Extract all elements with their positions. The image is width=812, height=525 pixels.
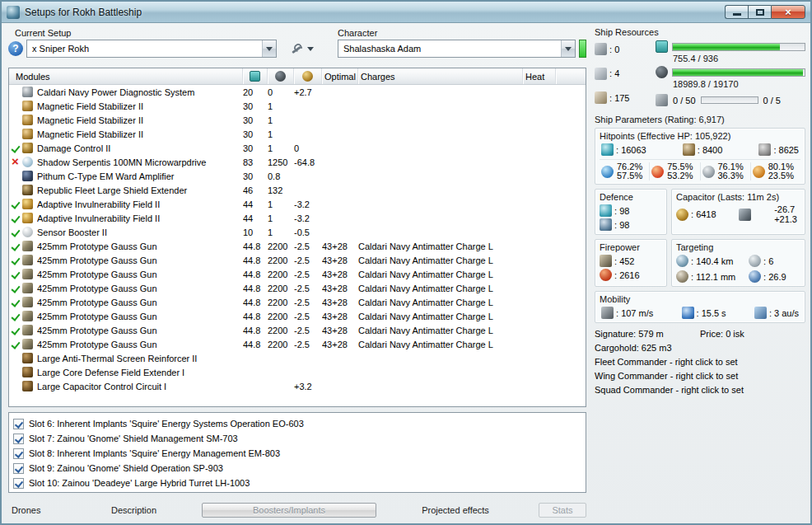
module-row[interactable]: Magnetic Field Stabilizer II 30 1 <box>9 99 586 113</box>
ship-resources: 0 4 175 755.4 / 936 18989.8 / 19170 <box>595 40 805 106</box>
setup-select[interactable]: x Sniper Rokh <box>26 40 277 58</box>
implant-row[interactable]: Slot 9: Zainou 'Gnome' Shield Operation … <box>13 461 581 476</box>
implant-checkbox[interactable] <box>13 419 24 429</box>
minimize-button[interactable] <box>725 5 748 19</box>
shield-hp-icon <box>601 143 614 156</box>
implant-checkbox[interactable] <box>13 448 24 459</box>
module-powergrid: 2200 <box>268 312 294 321</box>
implant-row[interactable]: Slot 7: Zainou 'Gnome' Shield Management… <box>13 431 581 446</box>
thermal-resist-icon <box>651 166 664 178</box>
module-row[interactable]: 425mm Prototype Gauss Gun 44.8 2200 -2.5… <box>9 295 586 309</box>
module-row[interactable]: 425mm Prototype Gauss Gun 44.8 2200 -2.5… <box>9 281 586 295</box>
tab-projected-effects[interactable]: Projected effects <box>376 505 534 515</box>
tab-boosters-implants[interactable]: Boosters/Implants <box>202 503 376 518</box>
module-type-icon <box>22 199 33 209</box>
module-powergrid: 1250 <box>268 157 294 167</box>
module-cpu: 44.8 <box>243 284 268 293</box>
module-cpu: 10 <box>243 227 268 237</box>
module-row[interactable]: Magnetic Field Stabilizer II 30 1 <box>9 113 586 127</box>
module-cap: -2.5 <box>294 340 322 349</box>
tab-stats[interactable]: Stats <box>539 503 586 518</box>
column-powergrid <box>268 68 294 84</box>
module-status-icon <box>9 128 22 141</box>
module-name: 425mm Prototype Gauss Gun <box>37 326 243 335</box>
implant-label: Slot 7: Zainou 'Gnome' Shield Management… <box>29 434 238 443</box>
module-row[interactable]: 425mm Prototype Gauss Gun 44.8 2200 -2.5… <box>9 239 586 253</box>
launcher-hardpoints-icon <box>595 68 607 80</box>
module-cap: -3.2 <box>294 213 322 223</box>
wing-commander-setter[interactable]: Wing Commander - right click to set <box>595 371 738 381</box>
module-name: 425mm Prototype Gauss Gun <box>37 255 243 265</box>
module-cpu: 30 <box>243 171 268 181</box>
module-status-icon <box>9 296 22 309</box>
close-button[interactable]: × <box>771 5 805 19</box>
implant-label: Slot 10: Zainou 'Deadeye' Large Hybrid T… <box>29 478 250 488</box>
implant-checkbox[interactable] <box>13 478 24 489</box>
module-name: Large Core Defense Field Extender I <box>37 368 243 377</box>
ship-parameters-title: Ship Parameters (Rating: 6,917) <box>595 115 805 124</box>
module-row[interactable]: Shadow Serpentis 100MN Microwarpdrive 83… <box>9 155 586 169</box>
implant-row[interactable]: Slot 8: Inherent Implants 'Squire' Energ… <box>13 446 581 461</box>
implant-checkbox[interactable] <box>13 463 24 474</box>
module-cap: -2.5 <box>294 241 322 251</box>
capacitor-column-icon <box>302 71 313 82</box>
module-status-icon <box>9 184 22 197</box>
armor-resist-value: 23.5% <box>768 171 794 180</box>
module-row[interactable]: Adaptive Invulnerability Field II 44 1 -… <box>9 211 586 225</box>
implant-checkbox[interactable] <box>13 434 24 444</box>
help-icon[interactable]: ? <box>8 41 23 56</box>
toolbar: Current Setup ? x Sniper Rokh <box>8 26 586 58</box>
resist-cell: 80.1% 23.5% <box>751 162 800 180</box>
squad-commander-setter[interactable]: Squad Commander - right click to set <box>595 385 744 395</box>
module-row[interactable]: 425mm Prototype Gauss Gun 44.8 2200 -2.5… <box>9 323 586 337</box>
tab-description[interactable]: Description <box>66 505 202 515</box>
implant-row[interactable]: Slot 6: Inherent Implants 'Squire' Energ… <box>13 416 581 431</box>
module-row[interactable]: 425mm Prototype Gauss Gun 44.8 2200 -2.5… <box>9 337 586 351</box>
module-row[interactable]: 425mm Prototype Gauss Gun 44.8 2200 -2.5… <box>9 267 586 281</box>
module-optimal: 43+28 <box>322 340 358 349</box>
module-type-icon <box>22 283 33 293</box>
capacitor-title: Capacitor (Lasts: 11m 2s) <box>676 192 800 202</box>
module-cpu: 30 <box>243 115 268 125</box>
maximize-button[interactable] <box>748 5 771 19</box>
module-name: Large Anti-Thermal Screen Reinforcer II <box>37 354 243 363</box>
module-cap: -2.5 <box>294 270 322 279</box>
module-charge: Caldari Navy Antimatter Charge L <box>358 270 523 279</box>
module-row[interactable]: Large Core Defense Field Extender I <box>9 365 586 379</box>
module-row[interactable]: Pithum C-Type EM Ward Amplifier 30 0.8 <box>9 169 586 183</box>
module-type-icon <box>22 185 33 195</box>
powergrid-icon <box>656 66 668 78</box>
module-type-icon <box>22 101 33 111</box>
implant-label: Slot 9: Zainou 'Gnome' Shield Operation … <box>29 463 223 473</box>
module-optimal: 43+28 <box>322 284 358 293</box>
module-row[interactable]: 425mm Prototype Gauss Gun 44.8 2200 -2.5… <box>9 309 586 323</box>
module-row[interactable]: Large Anti-Thermal Screen Reinforcer II <box>9 351 586 365</box>
module-cpu: 44.8 <box>243 312 268 321</box>
setup-chevron-down-icon[interactable] <box>262 40 276 57</box>
module-row[interactable]: Damage Control II 30 1 0 <box>9 141 586 155</box>
module-status-icon <box>9 338 22 351</box>
cargohold-text: Cargohold: 625 m3 <box>595 343 672 353</box>
sensor-strength-value: 26.9 <box>763 272 786 282</box>
module-powergrid: 2200 <box>268 340 294 349</box>
character-chevron-down-icon[interactable] <box>561 40 575 57</box>
module-row[interactable]: 425mm Prototype Gauss Gun 44.8 2200 -2.5… <box>9 253 586 267</box>
module-row[interactable]: Magnetic Field Stabilizer II 30 1 <box>9 127 586 141</box>
module-row[interactable]: Sensor Booster II 10 1 -0.5 <box>9 225 586 239</box>
module-row[interactable]: Republic Fleet Large Shield Extender 46 … <box>9 183 586 197</box>
module-row[interactable]: Adaptive Invulnerability Field II 44 1 -… <box>9 197 586 211</box>
character-select[interactable]: Shalashaska Adam <box>338 40 576 58</box>
module-cpu: 44.8 <box>243 255 268 265</box>
minimize-icon <box>733 13 741 16</box>
module-cpu: 44.8 <box>243 241 268 251</box>
module-row[interactable]: Large Capacitor Control Circuit I +3.2 <box>9 379 586 393</box>
module-type-icon <box>22 367 33 377</box>
defence-title: Defence <box>600 192 662 202</box>
module-row[interactable]: Caldari Navy Power Diagnostic System 20 … <box>9 85 586 99</box>
fleet-commander-setter[interactable]: Fleet Commander - right click to set <box>595 357 738 367</box>
implant-row[interactable]: Slot 10: Zainou 'Deadeye' Large Hybrid T… <box>13 476 581 490</box>
module-name: Large Capacitor Control Circuit I <box>37 382 243 391</box>
tools-menu-button[interactable] <box>283 40 321 58</box>
module-type-icon <box>22 115 33 125</box>
ship-resources-title: Ship Resources <box>595 27 805 37</box>
